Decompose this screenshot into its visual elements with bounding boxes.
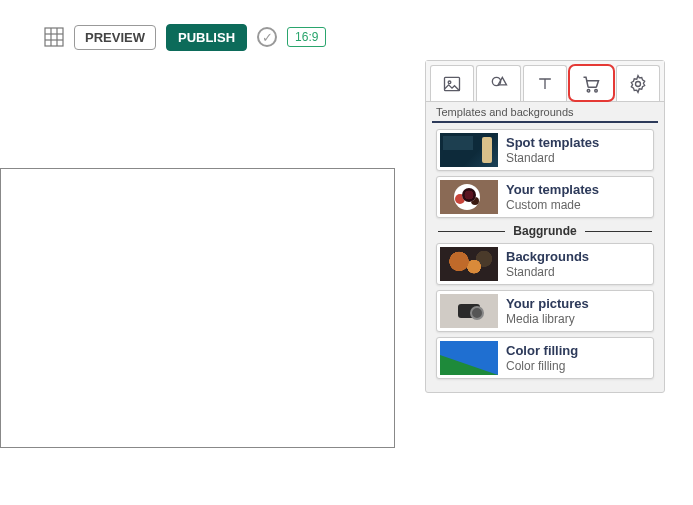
svg-point-9 [595,89,598,92]
section-divider-backgrounds: Baggrunde [426,224,664,238]
section-title-backgrounds: Baggrunde [513,224,576,238]
editor-canvas[interactable] [0,168,395,448]
aspect-ratio-badge[interactable]: 16:9 [287,27,326,47]
thumb-backgrounds [440,247,498,281]
card-subtitle: Media library [506,312,589,326]
tab-text[interactable] [523,65,567,101]
svg-rect-0 [45,28,63,46]
card-title: Your pictures [506,296,589,312]
tab-shop[interactable] [569,65,613,101]
card-title: Your templates [506,182,599,198]
publish-button[interactable]: PUBLISH [166,24,247,51]
preview-button[interactable]: PREVIEW [74,25,156,50]
tab-settings[interactable] [616,65,660,101]
tab-image[interactable] [430,65,474,101]
card-title: Spot templates [506,135,599,151]
card-subtitle: Standard [506,265,589,279]
thumb-color-filling [440,341,498,375]
card-color-filling[interactable]: Color filling Color filling [436,337,654,379]
svg-point-8 [588,89,591,92]
shopping-cart-icon [581,74,601,94]
check-circle-icon[interactable]: ✓ [257,27,277,47]
card-spot-templates[interactable]: Spot templates Standard [436,129,654,171]
thumb-your-pictures [440,294,498,328]
card-subtitle: Color filling [506,359,578,373]
section-title-templates: Templates and backgrounds [432,102,658,123]
card-backgrounds[interactable]: Backgrounds Standard [436,243,654,285]
card-your-pictures[interactable]: Your pictures Media library [436,290,654,332]
tab-shapes[interactable] [476,65,520,101]
image-icon [442,74,462,94]
shapes-icon [489,74,509,94]
card-your-templates[interactable]: Your templates Custom made [436,176,654,218]
card-title: Color filling [506,343,578,359]
card-subtitle: Standard [506,151,599,165]
svg-point-6 [448,81,451,84]
thumb-your-templates [440,180,498,214]
gear-icon [628,74,648,94]
card-subtitle: Custom made [506,198,599,212]
svg-point-10 [635,81,640,86]
top-toolbar: PREVIEW PUBLISH ✓ 16:9 [0,0,693,54]
card-title: Backgrounds [506,249,589,265]
text-icon [535,74,555,94]
right-panel: Templates and backgrounds Spot templates… [425,60,665,393]
thumb-spot [440,133,498,167]
grid-icon[interactable] [44,27,64,47]
panel-tabs [426,61,664,102]
